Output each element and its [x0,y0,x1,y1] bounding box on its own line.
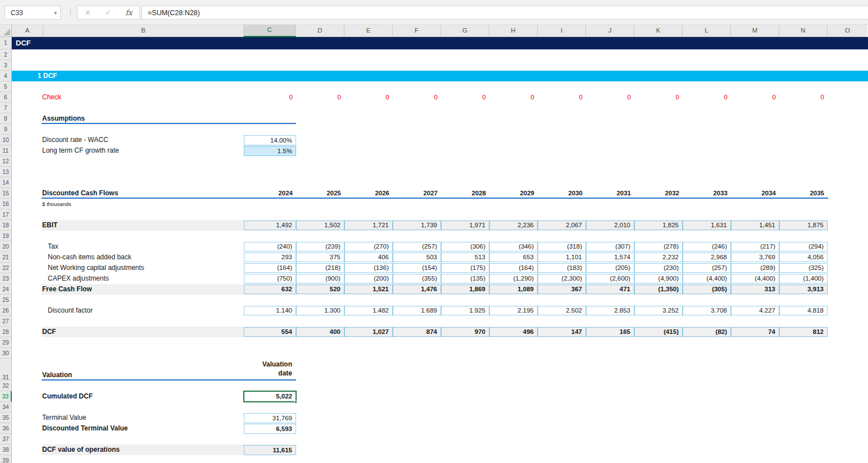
enter-icon[interactable]: ✓ [105,8,111,17]
column-header[interactable]: K [634,25,683,37]
row-header[interactable]: 1 [0,37,12,49]
tax-value-cell[interactable]: (294) [779,242,828,251]
row-header[interactable]: 30 [0,348,12,359]
nwc-value-cell[interactable]: (325) [779,263,828,273]
wacc-label[interactable]: Discount rate - WACC [42,135,108,145]
capex-value-cell[interactable]: (2,300) [538,274,586,283]
column-header[interactable]: A [12,25,43,37]
column-header[interactable]: O [828,25,867,37]
unit-note[interactable]: $ thousands [42,199,71,209]
year-header-cell[interactable]: 2024 [244,189,296,198]
growth-rate-input-cell[interactable]: 1.5% [244,146,296,156]
insert-function-icon[interactable]: fx [125,8,132,17]
nwc-value-cell[interactable]: (154) [393,263,441,273]
noncash-value-cell[interactable]: 2,232 [634,253,683,262]
row-header[interactable]: 28 [0,327,12,337]
row-header[interactable]: 33 [0,391,12,402]
row-header[interactable]: 26 [0,305,12,316]
row-header[interactable]: 15 [0,188,12,199]
ebit-value-cell[interactable]: 1,739 [393,221,441,230]
year-header-cell[interactable]: 2030 [538,189,586,198]
noncash-value-cell[interactable]: 1,574 [586,253,634,262]
ebit-value-cell[interactable]: 2,236 [489,221,538,230]
discount-factor-cell[interactable]: 1.689 [393,306,441,315]
nwc-value-cell[interactable]: (230) [634,263,683,273]
dcf-value-cell[interactable]: (415) [634,327,683,337]
tax-value-cell[interactable]: (307) [586,242,634,251]
tax-value-cell[interactable]: (246) [683,242,731,251]
fill-handle[interactable] [294,401,297,404]
tax-value-cell[interactable]: (239) [296,242,344,251]
check-value-cell[interactable]: 0 [441,93,489,102]
noncash-value-cell[interactable]: 293 [244,253,296,262]
check-value-cell[interactable]: 0 [586,93,634,102]
tax-value-cell[interactable]: (346) [489,242,538,251]
nwc-value-cell[interactable]: (136) [344,263,393,273]
tax-value-cell[interactable]: (240) [244,242,296,251]
year-header-cell[interactable]: 2031 [586,189,634,198]
fcf-value-cell[interactable]: 1,089 [489,285,538,294]
valuation-date-header[interactable]: Valuation date [244,360,292,378]
discount-factor-cell[interactable]: 4.227 [731,306,779,315]
row-header[interactable]: 5 [0,81,12,92]
row-header[interactable]: 29 [0,337,12,348]
capex-value-cell[interactable]: (4,900) [634,274,683,283]
discount-factor-cell[interactable]: 3.708 [683,306,731,315]
row-header[interactable]: 31 [0,359,12,381]
row-header[interactable]: 25 [0,295,12,305]
discount-factor-cell[interactable]: 2.502 [538,306,586,315]
nwc-value-cell[interactable]: (183) [538,263,586,273]
check-value-cell[interactable]: 0 [634,93,683,102]
check-label[interactable]: Check [42,92,61,103]
dcf-value-cell[interactable]: 400 [296,327,344,337]
nwc-value-cell[interactable]: (289) [731,263,779,273]
fcf-value-cell[interactable]: (1,350) [634,285,683,294]
noncash-value-cell[interactable]: 4,056 [779,253,828,262]
row-header[interactable]: 2 [0,49,12,60]
cancel-icon[interactable]: ✕ [85,8,91,17]
noncash-value-cell[interactable]: 406 [344,253,393,262]
discount-factor-cell[interactable]: 3.252 [634,306,683,315]
column-header[interactable]: L [683,25,731,37]
capex-value-cell[interactable]: (355) [393,274,441,283]
check-value-cell[interactable]: 0 [731,93,779,102]
noncash-value-cell[interactable]: 375 [296,253,344,262]
dcf-value-cell[interactable]: 970 [441,327,489,337]
check-value-cell[interactable]: 0 [779,93,828,102]
year-header-cell[interactable]: 2032 [634,189,683,198]
row-header[interactable]: 16 [0,199,12,209]
name-box[interactable]: C33 ▾ [4,6,61,20]
dcf-value-cell[interactable]: 554 [244,327,296,337]
noncash-value-cell[interactable]: 653 [489,253,538,262]
chevron-down-icon[interactable]: ▾ [54,10,57,16]
check-value-cell[interactable]: 0 [538,93,586,102]
column-header[interactable]: F [393,25,441,37]
fcf-value-cell[interactable]: 632 [244,285,296,294]
dcf-value-cell[interactable]: 496 [489,327,538,337]
fcf-value-cell[interactable]: 1,521 [344,285,393,294]
discount-factor-cell[interactable]: 2.853 [586,306,634,315]
capex-value-cell[interactable]: (1,400) [779,274,828,283]
capex-value-cell[interactable]: (4,400) [731,274,779,283]
row-header[interactable]: 38 [0,444,12,455]
tax-value-cell[interactable]: (270) [344,242,393,251]
row-header[interactable]: 6 [0,92,12,103]
ebit-value-cell[interactable]: 1,631 [683,221,731,230]
capex-label[interactable]: CAPEX adjustments [48,273,109,284]
ebit-value-cell[interactable]: 1,721 [344,221,393,230]
discounted-terminal-value-label[interactable]: Discounted Terminal Value [42,423,128,434]
ebit-value-cell[interactable]: 1,971 [441,221,489,230]
capex-value-cell[interactable]: (1,290) [489,274,538,283]
fcf-value-cell[interactable]: 1,869 [441,285,489,294]
nwc-value-cell[interactable]: (257) [683,263,731,273]
row-header[interactable]: 23 [0,273,12,284]
column-header[interactable]: E [344,25,393,37]
row-header[interactable]: 11 [0,145,12,156]
row-header[interactable]: 35 [0,412,12,423]
discount-factor-label[interactable]: Discount factor [48,305,93,316]
sheet-title-bar[interactable]: DCF [12,37,868,49]
row-header[interactable]: 20 [0,241,12,252]
column-header[interactable]: D [296,25,344,37]
noncash-value-cell[interactable]: 2,968 [683,253,731,262]
column-header[interactable]: N [779,25,828,37]
